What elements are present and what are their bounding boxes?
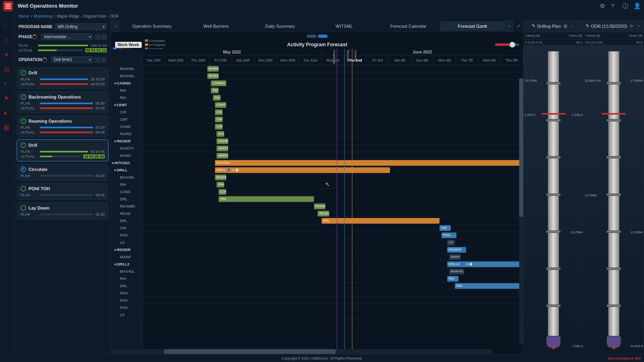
rp-tab-close[interactable]: › xyxy=(636,24,642,28)
tree-row[interactable]: LD xyxy=(111,239,142,246)
phase-next-button[interactable]: › xyxy=(101,34,107,40)
tree-row[interactable]: CMT xyxy=(111,116,142,123)
tree-row[interactable]: COND xyxy=(111,123,142,130)
gantt-bar[interactable]: DRILL2👤 ⚠ ▦ xyxy=(447,261,523,267)
gantt-vscroll[interactable] xyxy=(519,78,523,344)
tree-row[interactable]: REAMBK xyxy=(111,203,142,210)
program-select[interactable]: MR-Drilling xyxy=(55,23,107,30)
gantt-bar[interactable]: RU/RD xyxy=(217,131,224,137)
tree-row[interactable]: RIH xyxy=(111,87,142,94)
tree-row[interactable]: DRILL xyxy=(111,167,142,174)
tree-row[interactable]: CIR xyxy=(111,109,142,116)
tree-row[interactable]: DRL xyxy=(111,195,142,203)
tool-icon[interactable]: T xyxy=(4,80,11,88)
tab-witsml[interactable]: WITSML xyxy=(312,21,376,31)
gantt-bar[interactable]: CEMT👤 ⚠ ▦ xyxy=(215,102,226,108)
rp-tab-refresh[interactable]: ⟳ xyxy=(629,24,634,28)
tree-row[interactable]: RIH xyxy=(111,181,142,188)
tree-row[interactable]: BHAHDL xyxy=(111,72,142,80)
op-card[interactable]: POH/ TOHPLAN09:45 xyxy=(17,183,108,200)
op-next-button[interactable]: › xyxy=(101,57,107,63)
tree-row[interactable]: RIGSER xyxy=(111,246,142,253)
gantt-bar[interactable]: REAMBK xyxy=(314,204,325,209)
tree-row[interactable]: SAFETY xyxy=(111,145,142,152)
gantt-bar[interactable]: RIGSER👤 ⚠ ▦ xyxy=(447,247,466,253)
more-icon[interactable]: ▦ xyxy=(4,124,11,131)
tree-row[interactable]: CASING xyxy=(111,80,142,87)
tree-row[interactable]: POH xyxy=(111,232,142,239)
gantt-bar[interactable]: DRL xyxy=(219,196,314,202)
tree-row[interactable]: DRL xyxy=(111,217,142,224)
tree-row[interactable]: POH xyxy=(111,297,142,304)
breadcrumb-home[interactable]: Home xyxy=(19,14,29,19)
breadcrumb-monitoring[interactable]: Monitoring xyxy=(33,14,52,19)
gantt-bar[interactable]: DRILL👤 ⚠ ▦ xyxy=(215,167,390,173)
gantt-grid[interactable]: May 2022June 2022 Tue 24thWed 25thThu 26… xyxy=(142,49,523,349)
gantt-bar[interactable]: BHAHDL xyxy=(207,73,219,79)
tree-row[interactable]: REAM xyxy=(111,210,142,217)
alert-icon[interactable]: ⚠ xyxy=(4,37,11,44)
tree-row[interactable]: CIR xyxy=(111,224,142,232)
tree-row[interactable]: RIGSER xyxy=(111,138,142,145)
phase-select[interactable]: Intermediate … xyxy=(41,33,93,40)
tree-row[interactable]: MAINT xyxy=(111,253,142,261)
menu-button[interactable] xyxy=(3,1,13,11)
settings-icon[interactable]: ⚙ xyxy=(600,2,607,10)
gantt-bar[interactable]: RIH xyxy=(211,88,219,93)
gantt-bar[interactable]: CIR xyxy=(215,109,223,115)
op-card[interactable]: CirculatePLAN01:00 xyxy=(17,164,108,181)
tree-row[interactable]: COND xyxy=(111,188,142,195)
tree-row[interactable]: POH xyxy=(111,304,142,311)
work-week-toggle[interactable]: Work Week xyxy=(115,42,142,48)
tree-row[interactable]: DRILL2 xyxy=(111,261,142,268)
flag-icon[interactable]: ⚑ xyxy=(4,95,11,102)
gantt-bar[interactable]: DRL xyxy=(455,283,523,289)
op-card[interactable]: Backreaming OperationsPLAN05:30ACTUAL05:… xyxy=(17,91,108,113)
tree-row[interactable]: POH xyxy=(111,290,142,297)
op-prev-button[interactable]: ‹ xyxy=(95,57,100,63)
dot-icon[interactable]: ● xyxy=(4,109,11,117)
user-icon[interactable]: 👤 xyxy=(634,2,641,10)
gantt-bar[interactable]: RIH xyxy=(447,276,458,282)
tree-row[interactable]: MAINT xyxy=(111,152,142,159)
op-card[interactable]: DrillPLAN5d 10:46ACTUAL1d 04:25:44 xyxy=(17,140,108,161)
rp-tab-menu[interactable]: ▤ xyxy=(562,24,568,28)
tree-row[interactable]: RIH xyxy=(111,275,142,282)
zoom-slider[interactable] xyxy=(495,43,519,46)
rig-icon[interactable]: ▼ xyxy=(4,51,11,59)
operation-select[interactable]: Drill BHA1 xyxy=(51,56,93,63)
tree-row[interactable]: RIH xyxy=(111,94,142,101)
tabs-prev-button[interactable]: ‹ xyxy=(111,20,120,32)
gantt-bar[interactable]: REAM xyxy=(318,211,329,216)
gantt-bar[interactable]: INTCSG1 xyxy=(215,160,523,166)
tree-row[interactable]: BHAHDL xyxy=(111,174,142,181)
op-card[interactable]: Lay DownPLAN01:30 xyxy=(17,202,108,219)
tree-row[interactable]: BHAHDL xyxy=(111,65,142,72)
tab-daily-summary[interactable]: Daily Summary xyxy=(248,21,312,31)
gantt-bar[interactable]: CASING👤 ⚠ ▦ xyxy=(211,80,226,86)
info-icon[interactable]: ⓘ xyxy=(622,2,630,10)
chart-icon[interactable]: ▤ xyxy=(4,66,11,73)
op-card[interactable]: Reaming OperationsPLAN07:20ACTUAL08:49 xyxy=(17,115,108,137)
gantt-bar[interactable]: BHAHDL xyxy=(449,269,464,274)
gantt-bar[interactable]: COND xyxy=(219,189,226,195)
tab-well-barriers[interactable]: Well Barriers xyxy=(184,21,248,31)
tab-operation-summary[interactable]: Operation Summary xyxy=(120,21,184,31)
gantt-bar[interactable]: CIR xyxy=(440,225,451,231)
tree-row[interactable]: CEMT xyxy=(111,101,142,109)
op-card[interactable]: DrillPLAN3d 15:59ACTUAL4d 03:29 xyxy=(17,67,108,89)
tab-forecast-calendar[interactable]: Forecast Calendar xyxy=(376,21,440,31)
gantt-bar[interactable]: MAINT xyxy=(217,153,228,158)
gantt-bar[interactable]: MAINT xyxy=(449,254,460,260)
gantt-bar[interactable]: POH xyxy=(442,232,457,238)
tree-row[interactable]: LD xyxy=(111,311,142,319)
phase-prev-button[interactable]: ‹ xyxy=(95,34,100,40)
gantt-bar[interactable]: DRL xyxy=(322,218,440,224)
gantt-bar[interactable]: SAFETY xyxy=(217,146,228,151)
gantt-bar[interactable]: RIGSER👤 ⚠ ▦ xyxy=(217,138,228,144)
tree-row[interactable]: RU/RD xyxy=(111,130,142,138)
home-icon[interactable]: ⌂ xyxy=(4,23,11,30)
tree-row[interactable]: BHAHDL xyxy=(111,268,142,275)
gantt-bar[interactable]: CMT xyxy=(215,117,223,122)
tree-row[interactable]: DRL xyxy=(111,282,142,290)
